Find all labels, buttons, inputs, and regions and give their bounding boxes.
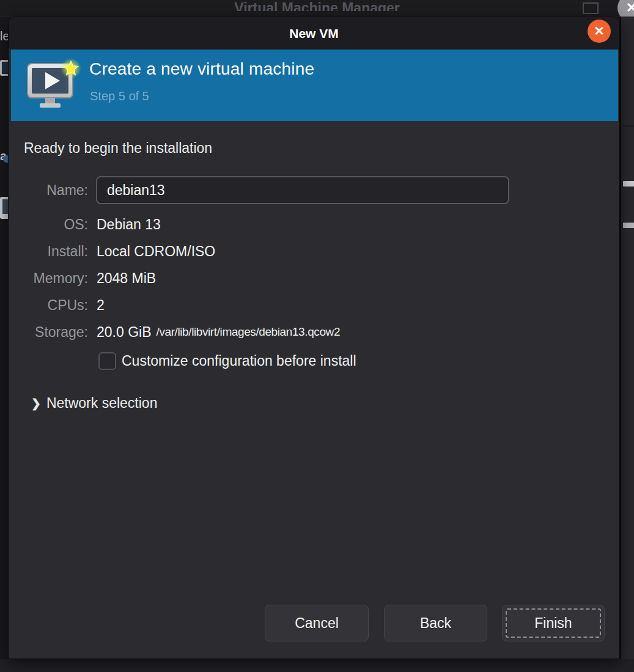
dialog-title: New VM — [9, 17, 619, 50]
background-bottom-fragment — [0, 659, 634, 672]
new-vm-dialog: New VM ✕ — [8, 17, 620, 659]
os-label: OS: — [21, 216, 88, 233]
finish-button[interactable]: Finish — [502, 605, 605, 641]
network-selection-expander[interactable]: ❯ Network selection — [31, 394, 157, 412]
background-vm-icon-screen — [2, 199, 8, 214]
name-field-row: Name: — [9, 176, 509, 204]
background-sparkline-fragment — [623, 181, 634, 186]
background-status-dot-icon — [3, 155, 8, 163]
memory-value: 2048 MiB — [97, 270, 156, 287]
cancel-button[interactable]: Cancel — [265, 605, 369, 641]
maximize-icon[interactable] — [583, 2, 599, 14]
memory-row: Memory: 2048 MiB — [9, 268, 156, 288]
background-left-fragment: le a — [0, 17, 8, 672]
storage-label: Storage: — [21, 324, 88, 341]
cpus-row: CPUs: 2 — [9, 295, 105, 315]
customize-row: Customize configuration before install — [98, 351, 356, 371]
os-row: OS: Debian 13 — [9, 215, 161, 234]
memory-label: Memory: — [21, 270, 88, 287]
close-icon: ✕ — [626, 0, 634, 15]
ready-heading: Ready to begin the installation — [24, 140, 212, 157]
customize-checkbox[interactable] — [98, 352, 116, 370]
chevron-right-icon: ❯ — [31, 396, 41, 410]
background-separator — [622, 125, 634, 127]
background-vm-icon — [0, 60, 8, 76]
back-button[interactable]: Back — [384, 605, 487, 641]
new-vm-icon — [25, 57, 81, 114]
cpus-label: CPUs: — [21, 297, 88, 314]
wizard-title: Create a new virtual machine — [89, 59, 314, 79]
os-value: Debian 13 — [97, 216, 161, 233]
storage-path: /var/lib/libvirt/images/debian13.qcow2 — [157, 325, 341, 339]
background-window-title: Virtual Machine Manager — [0, 0, 634, 11]
install-label: Install: — [21, 243, 88, 260]
install-value: Local CDROM/ISO — [97, 243, 215, 260]
background-fragment-text: le — [0, 29, 8, 43]
screen: Virtual Machine Manager ✕ le a New VM ✕ — [0, 0, 634, 672]
dialog-titlebar[interactable]: New VM ✕ — [9, 17, 619, 50]
vm-name-input[interactable] — [96, 176, 509, 204]
storage-value: 20.0 GiB — [97, 324, 152, 341]
install-row: Install: Local CDROM/ISO — [9, 242, 215, 261]
name-label: Name: — [21, 182, 88, 199]
wizard-header: Create a new virtual machine Step 5 of 5 — [11, 50, 618, 121]
background-sparkline-fragment — [623, 223, 634, 228]
network-selection-label: Network selection — [46, 395, 158, 412]
close-button[interactable]: ✕ — [588, 20, 611, 43]
customize-checkbox-label[interactable]: Customize configuration before install — [122, 353, 356, 369]
cpus-value: 2 — [97, 297, 105, 314]
storage-row: Storage: 20.0 GiB /var/lib/libvirt/image… — [9, 322, 340, 342]
background-vm-icon — [0, 197, 8, 219]
close-icon: ✕ — [588, 20, 611, 43]
wizard-step-indicator: Step 5 of 5 — [90, 89, 149, 103]
background-right-fragment — [620, 17, 634, 672]
background-window-titlebar: Virtual Machine Manager — [0, 0, 634, 17]
